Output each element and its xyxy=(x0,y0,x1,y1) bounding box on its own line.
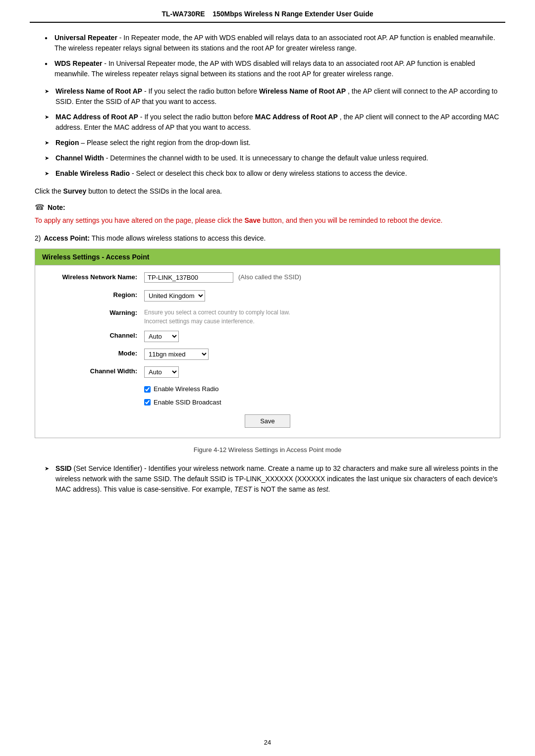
value-wireless-network-name: (Also called the SSID) xyxy=(144,272,490,283)
label-mode: Mode: xyxy=(45,349,144,359)
list-item: Channel Width - Determines the channel w… xyxy=(45,153,500,163)
text-universal-repeater: - In Repeater mode, the AP with WDS enab… xyxy=(54,34,495,52)
list-item-ssid: SSID (Set Service Identifier) - Identifi… xyxy=(45,463,500,495)
access-point-intro: 2)Access Point: This mode allows wireles… xyxy=(35,233,500,244)
settings-row-mode: Mode: 11bgn mixed 11bg mixed 11b only 11… xyxy=(45,349,490,361)
header-title: 150Mbps Wireless N Range Extender User G… xyxy=(213,10,373,18)
region-select-wrap: United Kingdom United States Germany Fra… xyxy=(144,290,205,302)
text-wds-repeater: - In Universal Repeater mode, the AP wit… xyxy=(54,59,475,78)
list-item: MAC Address of Root AP - If you select t… xyxy=(45,112,500,133)
list-item: Universal Repeater - In Repeater mode, t… xyxy=(45,33,500,53)
settings-row-channel: Channel: Auto 1 2 3 xyxy=(45,331,490,344)
header-model: TL-WA730RE xyxy=(161,10,205,18)
figure-caption: Figure 4-12 Wireless Settings in Access … xyxy=(35,446,500,454)
ssid-arrow-list: SSID (Set Service Identifier) - Identifi… xyxy=(35,463,500,495)
checkbox-row-ssid-broadcast: Enable SSID Broadcast xyxy=(144,398,221,408)
wireless-network-name-input[interactable] xyxy=(144,272,233,283)
term: Channel Width xyxy=(55,154,104,162)
value-warning: Ensure you select a correct country to c… xyxy=(144,308,490,326)
term-ssid: SSID xyxy=(55,464,72,472)
list-item: Enable Wireless Radio - Select or desele… xyxy=(45,168,500,179)
settings-row-region: Region: United Kingdom United States Ger… xyxy=(45,290,490,303)
enable-ssid-broadcast-label: Enable SSID Broadcast xyxy=(154,398,221,408)
settings-row-ssid: Wireless Network Name: (Also called the … xyxy=(45,272,490,285)
ssid-note: (Also called the SSID) xyxy=(238,272,301,283)
label-channel: Channel: xyxy=(45,331,144,341)
term: Enable Wireless Radio xyxy=(55,169,130,177)
value-channel-width: Auto 20MHz 40MHz xyxy=(144,366,490,378)
checkbox-section: Enable Wireless Radio Enable SSID Broadc… xyxy=(144,384,221,408)
term-wds-repeater: WDS Repeater xyxy=(54,59,102,67)
term2: Wireless Name of Root AP xyxy=(259,87,346,95)
page: TL-WA730RE 150Mbps Wireless N Range Exte… xyxy=(0,0,535,756)
term: MAC Address of Root AP xyxy=(55,113,138,121)
list-item: WDS Repeater - In Universal Repeater mod… xyxy=(45,58,500,79)
warning-text: Ensure you select a correct country to c… xyxy=(144,308,290,326)
header-text: TL-WA730RE 150Mbps Wireless N Range Exte… xyxy=(161,10,373,18)
note-icon: ☎ xyxy=(35,202,45,212)
page-footer: 24 xyxy=(0,739,535,746)
enable-ssid-broadcast-checkbox[interactable] xyxy=(144,399,151,405)
list-item: Region – Please select the right region … xyxy=(45,138,500,148)
note-title: Note: xyxy=(48,203,65,211)
access-point-section: 2)Access Point: This mode allows wireles… xyxy=(35,233,500,454)
mode-select[interactable]: 11bgn mixed 11bg mixed 11b only 11g only… xyxy=(144,349,209,360)
label-channel-width: Channel Width: xyxy=(45,366,144,377)
value-mode: 11bgn mixed 11bg mixed 11b only 11g only… xyxy=(144,349,490,360)
term: Region xyxy=(55,139,79,147)
main-content: Universal Repeater - In Repeater mode, t… xyxy=(30,33,505,495)
arrow-list: Wireless Name of Root AP - If you select… xyxy=(35,86,500,179)
note-text: To apply any settings you have altered o… xyxy=(35,215,500,226)
page-number: 24 xyxy=(264,739,271,746)
value-channel: Auto 1 2 3 xyxy=(144,331,490,342)
value-region: United Kingdom United States Germany Fra… xyxy=(144,290,490,302)
term2: MAC Address of Root AP xyxy=(255,113,338,121)
page-header: TL-WA730RE 150Mbps Wireless N Range Exte… xyxy=(30,10,505,23)
settings-table-body: Wireless Network Name: (Also called the … xyxy=(35,265,500,438)
value-checkboxes: Enable Wireless Radio Enable SSID Broadc… xyxy=(144,384,490,408)
label-wireless-network-name: Wireless Network Name: xyxy=(45,272,144,283)
settings-table: Wireless Settings - Access Point Wireles… xyxy=(35,249,500,439)
list-item: Wireless Name of Root AP - If you select… xyxy=(45,86,500,107)
note-section: ☎ Note: To apply any settings you have a… xyxy=(35,202,500,226)
settings-row-checkboxes: Enable Wireless Radio Enable SSID Broadc… xyxy=(45,384,490,408)
enable-wireless-radio-checkbox[interactable] xyxy=(144,386,151,393)
save-row: Save xyxy=(45,414,490,428)
channel-width-select[interactable]: Auto 20MHz 40MHz xyxy=(144,366,179,378)
save-button[interactable]: Save xyxy=(245,414,290,428)
region-select[interactable]: United Kingdom United States Germany Fra… xyxy=(144,290,205,302)
channel-select[interactable]: Auto 1 2 3 xyxy=(144,331,179,342)
checkbox-row-wireless-radio: Enable Wireless Radio xyxy=(144,384,221,395)
bullet-list: Universal Repeater - In Repeater mode, t… xyxy=(35,33,500,79)
enable-wireless-radio-label: Enable Wireless Radio xyxy=(154,384,219,395)
label-region: Region: xyxy=(45,290,144,301)
term: Wireless Name of Root AP xyxy=(55,87,142,95)
settings-table-header: Wireless Settings - Access Point xyxy=(35,249,500,265)
label-warning: Warning: xyxy=(45,308,144,318)
note-label: ☎ Note: xyxy=(35,202,500,212)
body-text: Click the Survey button to detect the SS… xyxy=(35,186,500,197)
settings-row-channel-width: Channel Width: Auto 20MHz 40MHz xyxy=(45,366,490,379)
settings-row-warning: Warning: Ensure you select a correct cou… xyxy=(45,308,490,326)
term-universal-repeater: Universal Repeater xyxy=(54,34,117,42)
